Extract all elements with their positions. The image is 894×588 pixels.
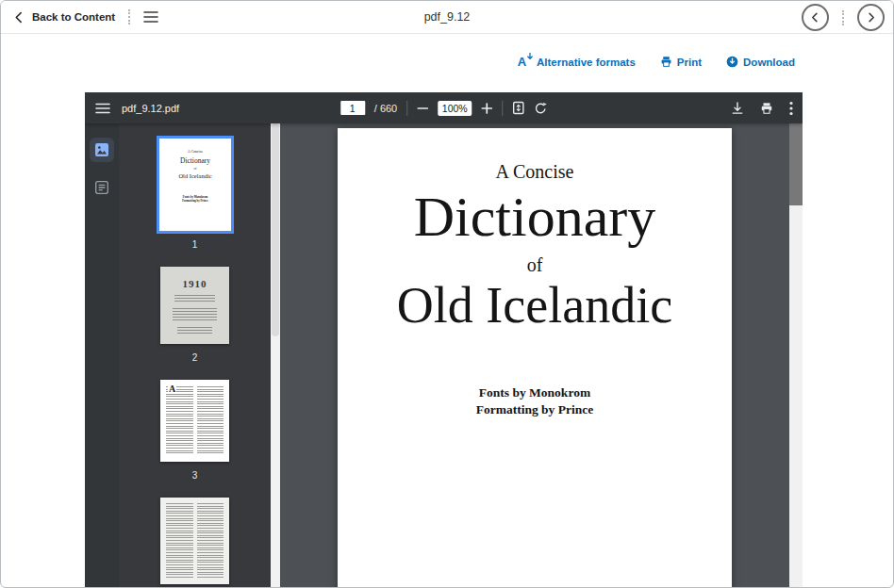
page-thumbnail-1[interactable]: A Concise Dictionary of Old Icelandic Fo… <box>159 139 231 231</box>
thumbnail-page-number: 1 <box>192 238 198 252</box>
download-circle-icon <box>726 56 738 68</box>
top-bar-left: Back to Content <box>1 9 158 24</box>
page-thumbnail-4[interactable] <box>160 498 229 584</box>
chevron-right-icon <box>866 12 876 23</box>
thumbnail-page-number: 2 <box>192 351 198 365</box>
viewer-body: A Concise Dictionary of Old Icelandic Fo… <box>85 123 803 587</box>
file-preview-window: Back to Content pdf_9.12 <box>0 0 894 588</box>
toolbar-divider <box>406 101 407 116</box>
arrow-down-icon <box>526 53 534 61</box>
thumbnail-text-column <box>197 386 224 455</box>
alternative-formats-label: Alternative formats <box>537 57 636 68</box>
outline-panel-button[interactable] <box>90 175 114 200</box>
rotate-button[interactable] <box>534 102 547 115</box>
thumbnail-group-3: A 3 <box>160 380 229 482</box>
dotted-divider <box>842 10 844 25</box>
thumbnail-group-2: 1910 2 <box>160 267 229 365</box>
thumb-dropcap: A <box>168 384 176 394</box>
toolbar-divider <box>502 101 503 116</box>
thumb-title-large: Dictionary <box>159 156 231 165</box>
credit-line-2: Formatting by Prince <box>338 401 732 418</box>
printer-icon <box>760 102 773 115</box>
thumbnail-text-column <box>166 386 193 455</box>
zoom-in-button[interactable] <box>481 103 492 114</box>
file-actions-row: A Alternative formats Print Download <box>85 34 803 68</box>
download-icon <box>731 102 744 115</box>
back-label: Back to Content <box>32 11 115 23</box>
fit-page-button[interactable] <box>512 101 524 115</box>
course-menu-button[interactable] <box>143 10 158 24</box>
pdf-toolbar-left: pdf_9.12.pdf <box>85 102 179 115</box>
pdf-toolbar-right <box>731 101 793 116</box>
rotate-icon <box>534 102 547 115</box>
page-credits: Fonts by Monokrom Formatting by Prince <box>338 384 732 417</box>
dotted-divider <box>128 9 130 24</box>
thumbnail-text-lines <box>174 295 214 302</box>
thumbnail-text-lines <box>177 327 213 335</box>
sidebar-scrollbar-thumb[interactable] <box>272 123 279 336</box>
print-link[interactable]: Print <box>660 56 702 68</box>
printer-icon <box>660 56 672 68</box>
page-thumbnail-2[interactable]: 1910 <box>160 267 229 344</box>
document-area: A Concise Dictionary of Old Icelandic Fo… <box>280 123 789 587</box>
top-bar: Back to Content pdf_9.12 <box>1 1 893 34</box>
kebab-menu-icon <box>789 101 793 116</box>
plus-icon <box>481 103 492 114</box>
thumb-title-small: A Concise <box>159 149 231 154</box>
more-options-button[interactable] <box>789 101 793 116</box>
pdf-filename: pdf_9.12.pdf <box>122 103 179 114</box>
alternative-formats-link[interactable]: A Alternative formats <box>518 56 636 68</box>
pdf-page-1: A Concise Dictionary of Old Icelandic Fo… <box>338 128 732 587</box>
print-label: Print <box>677 57 702 68</box>
credit-line-1: Fonts by Monokrom <box>338 384 732 401</box>
minus-icon <box>417 103 428 114</box>
thumbnail-group-1: A Concise Dictionary of Old Icelandic Fo… <box>159 139 231 252</box>
pdf-viewer: pdf_9.12.pdf / 660 100% <box>85 92 803 587</box>
thumbnail-text-lines <box>173 308 217 321</box>
page-thumbnail-3[interactable]: A <box>160 380 229 462</box>
next-item-button[interactable] <box>857 4 885 31</box>
chevron-left-icon <box>13 11 25 24</box>
thumbnails-panel: A Concise Dictionary of Old Icelandic Fo… <box>119 123 271 587</box>
thumb-connector: of <box>159 167 231 171</box>
fit-page-icon <box>512 101 524 115</box>
page-connector: of <box>338 253 732 276</box>
back-to-content-button[interactable]: Back to Content <box>13 11 115 24</box>
thumb-year: 1910 <box>160 278 229 289</box>
pdf-toolbar: pdf_9.12.pdf / 660 100% <box>85 92 803 123</box>
document-outline-icon <box>94 180 109 195</box>
top-bar-right <box>802 1 885 34</box>
download-link[interactable]: Download <box>726 56 795 68</box>
thumbnail-text-column <box>197 503 224 579</box>
pdf-print-button[interactable] <box>760 102 773 115</box>
pdf-toolbar-center: / 660 100% <box>340 101 547 116</box>
thumbnail-group-4 <box>160 498 229 584</box>
previous-item-button[interactable] <box>802 4 829 31</box>
page-count-label: / 660 <box>374 103 397 114</box>
thumbnails-icon <box>94 142 109 157</box>
thumb-credit-2: Formatting by Prince <box>159 200 231 204</box>
sidebar-rail <box>85 123 119 587</box>
pdf-download-button[interactable] <box>731 102 744 115</box>
thumbnail-text-column <box>166 503 193 579</box>
thumbnail-page-number: 3 <box>192 469 198 482</box>
hamburger-icon <box>95 102 110 115</box>
page-subtitle-large: Old Icelandic <box>338 276 732 335</box>
thumbnails-panel-button[interactable] <box>90 138 114 162</box>
page-number-input[interactable] <box>340 101 365 115</box>
page-title-large: Dictionary <box>338 185 732 250</box>
chevron-left-icon <box>810 12 820 23</box>
thumbnail-1-preview: A Concise Dictionary of Old Icelandic Fo… <box>159 139 231 231</box>
hamburger-icon <box>143 10 158 24</box>
document-scrollbar[interactable] <box>789 123 803 587</box>
document-scrollbar-thumb[interactable] <box>789 123 803 205</box>
download-label: Download <box>743 57 795 68</box>
sidebar-toggle-button[interactable] <box>95 102 110 115</box>
sidebar-scrollbar[interactable] <box>271 123 280 587</box>
page-title-small: A Concise <box>338 160 732 183</box>
thumb-subtitle: Old Icelandic <box>159 172 231 179</box>
zoom-out-button[interactable] <box>417 103 428 114</box>
alternative-formats-icon: A <box>518 56 532 68</box>
zoom-level: 100% <box>438 101 472 116</box>
